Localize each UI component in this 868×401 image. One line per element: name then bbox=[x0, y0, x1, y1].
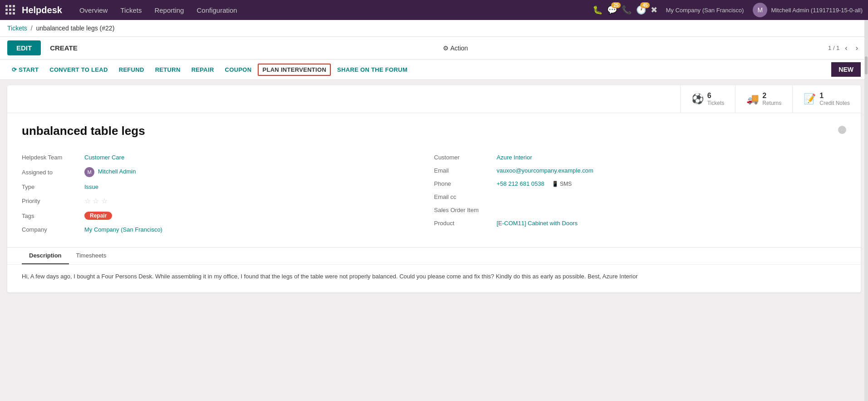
description-text: Hi, A few days ago, I bought a Four Pers… bbox=[22, 272, 846, 282]
apps-menu-button[interactable] bbox=[5, 5, 15, 15]
tab-timesheets[interactable]: Timesheets bbox=[69, 248, 114, 264]
field-email-cc: Email cc bbox=[434, 190, 847, 203]
record-tabs: Description Timesheets bbox=[7, 247, 861, 264]
credit-notes-stat[interactable]: 📝 1 Credit Notes bbox=[792, 85, 861, 113]
coupon-label: COUPON bbox=[225, 66, 252, 73]
tickets-stat-icon: ⚽ bbox=[691, 93, 704, 105]
returns-stat-info: 2 Returns bbox=[762, 92, 781, 106]
repair-tag[interactable]: Repair bbox=[84, 212, 112, 220]
fields-grid: Helpdesk Team Customer Care Assigned to … bbox=[22, 151, 846, 236]
field-email-cc-label: Email cc bbox=[434, 193, 493, 200]
company-value[interactable]: My Company (San Francisco) bbox=[84, 226, 162, 233]
credit-notes-stat-icon: 📝 bbox=[804, 93, 816, 105]
bug-icon[interactable]: 🐛 bbox=[593, 5, 603, 15]
phone-value[interactable]: +58 212 681 0538 bbox=[497, 180, 544, 187]
field-assigned-to-label: Assigned to bbox=[22, 169, 81, 176]
nav-tickets[interactable]: Tickets bbox=[114, 0, 148, 20]
product-value[interactable]: [E-COM11] Cabinet with Doors bbox=[497, 220, 578, 227]
main-menu: Overview Tickets Reporting Configuration bbox=[73, 0, 593, 20]
returns-stat[interactable]: 🚚 2 Returns bbox=[735, 85, 792, 113]
repair-btn[interactable]: REPAIR bbox=[187, 64, 219, 76]
new-button[interactable]: NEW bbox=[831, 62, 861, 77]
start-icon: ⟳ bbox=[12, 66, 17, 73]
assigned-to-value[interactable]: M Mitchell Admin bbox=[84, 167, 136, 177]
credit-notes-count: 1 bbox=[819, 92, 850, 100]
tickets-label: Tickets bbox=[707, 100, 725, 106]
field-sales-order-label: Sales Order Item bbox=[434, 207, 493, 213]
field-customer: Customer Azure Interior bbox=[434, 151, 847, 164]
create-button[interactable]: CREATE bbox=[44, 40, 83, 55]
tools-icon[interactable]: ✖ bbox=[651, 5, 657, 15]
stats-bar: ⚽ 6 Tickets 🚚 2 Returns 📝 1 Credit Notes bbox=[7, 85, 861, 113]
helpdesk-team-value[interactable]: Customer Care bbox=[84, 154, 124, 161]
start-btn[interactable]: ⟳ START bbox=[7, 64, 43, 76]
chat-icon[interactable]: 💬 25 bbox=[607, 5, 617, 15]
credit-notes-stat-info: 1 Credit Notes bbox=[819, 92, 850, 106]
tickets-stat[interactable]: ⚽ 6 Tickets bbox=[680, 85, 736, 113]
scrollbar[interactable] bbox=[864, 20, 868, 298]
priority-stars[interactable]: ☆ ☆ ☆ bbox=[84, 197, 108, 205]
fields-left: Helpdesk Team Customer Care Assigned to … bbox=[22, 151, 434, 236]
status-indicator[interactable] bbox=[838, 126, 846, 134]
field-type-label: Type bbox=[22, 183, 81, 190]
nav-configuration[interactable]: Configuration bbox=[190, 0, 243, 20]
convert-lead-btn[interactable]: CONVERT TO LEAD bbox=[45, 64, 113, 76]
return-btn[interactable]: RETURN bbox=[151, 64, 185, 76]
field-helpdesk-team: Helpdesk Team Customer Care bbox=[22, 151, 434, 164]
type-value[interactable]: Issue bbox=[84, 183, 98, 190]
field-type: Type Issue bbox=[22, 180, 434, 193]
plan-intervention-label: PLAN INTERVENTION bbox=[262, 66, 326, 73]
email-value[interactable]: vauxoo@yourcompany.example.com bbox=[497, 167, 593, 174]
returns-stat-icon: 🚚 bbox=[746, 93, 759, 105]
assigned-avatar: M bbox=[84, 167, 94, 177]
refund-btn[interactable]: REFUND bbox=[114, 64, 149, 76]
returns-label: Returns bbox=[762, 100, 781, 106]
record-toolbar: ⟳ START CONVERT TO LEAD REFUND RETURN RE… bbox=[0, 59, 868, 80]
share-forum-btn[interactable]: SHARE ON THE FORUM bbox=[333, 64, 412, 76]
share-forum-label: SHARE ON THE FORUM bbox=[337, 66, 407, 73]
field-tags: Tags Repair bbox=[22, 208, 434, 223]
breadcrumb-separator: / bbox=[31, 25, 33, 32]
field-product-label: Product bbox=[434, 220, 493, 227]
credit-notes-label: Credit Notes bbox=[819, 100, 850, 106]
next-record-button[interactable]: › bbox=[853, 43, 861, 53]
record-body: unbalanced table legs Helpdesk Team Cust… bbox=[7, 113, 861, 247]
record-card: ⚽ 6 Tickets 🚚 2 Returns 📝 1 Credit Notes bbox=[7, 85, 861, 292]
field-company: Company My Company (San Francisco) bbox=[22, 223, 434, 236]
nav-reporting[interactable]: Reporting bbox=[148, 0, 190, 20]
tickets-stat-info: 6 Tickets bbox=[707, 92, 725, 106]
phone-icon[interactable]: 📞 bbox=[622, 5, 632, 15]
field-phone-label: Phone bbox=[434, 180, 493, 187]
sms-button[interactable]: 📱 SMS bbox=[552, 181, 572, 187]
clock-badge: 45 bbox=[640, 2, 650, 8]
nav-overview[interactable]: Overview bbox=[73, 0, 114, 20]
coupon-btn[interactable]: COUPON bbox=[221, 64, 256, 76]
action-bar: EDIT CREATE ⚙ Action 1 / 1 ‹ › bbox=[0, 37, 868, 59]
user-menu[interactable]: M Mitchell Admin (11917119-15-0-all) bbox=[753, 3, 863, 17]
prev-record-button[interactable]: ‹ bbox=[842, 43, 850, 53]
field-tags-label: Tags bbox=[22, 213, 81, 219]
field-email-label: Email bbox=[434, 167, 493, 174]
scrollbar-thumb[interactable] bbox=[865, 56, 868, 74]
repair-label: REPAIR bbox=[191, 66, 214, 73]
user-name: Mitchell Admin (11917119-15-0-all) bbox=[771, 7, 863, 14]
edit-button[interactable]: EDIT bbox=[7, 40, 41, 55]
customer-value[interactable]: Azure Interior bbox=[497, 154, 532, 161]
field-assigned-to: Assigned to M Mitchell Admin bbox=[22, 164, 434, 180]
main-content: ⚽ 6 Tickets 🚚 2 Returns 📝 1 Credit Notes bbox=[0, 85, 868, 292]
plan-intervention-btn[interactable]: PLAN INTERVENTION bbox=[258, 64, 331, 76]
returns-count: 2 bbox=[762, 92, 781, 100]
company-label: My Company (San Francisco) bbox=[666, 7, 744, 14]
field-customer-label: Customer bbox=[434, 154, 493, 161]
convert-lead-label: CONVERT TO LEAD bbox=[49, 66, 108, 73]
field-priority: Priority ☆ ☆ ☆ bbox=[22, 193, 434, 208]
clock-icon[interactable]: 🕐 45 bbox=[636, 5, 646, 15]
action-button[interactable]: ⚙ Action bbox=[443, 45, 468, 52]
tab-description[interactable]: Description bbox=[22, 248, 69, 264]
breadcrumb-parent[interactable]: Tickets bbox=[7, 25, 27, 32]
record-title: unbalanced table legs bbox=[22, 124, 145, 138]
field-email: Email vauxoo@yourcompany.example.com bbox=[434, 164, 847, 177]
action-center: ⚙ Action bbox=[87, 45, 824, 52]
field-company-label: Company bbox=[22, 226, 81, 233]
top-icons-bar: 🐛 💬 25 📞 🕐 45 ✖ My Company (San Francisc… bbox=[593, 3, 863, 17]
